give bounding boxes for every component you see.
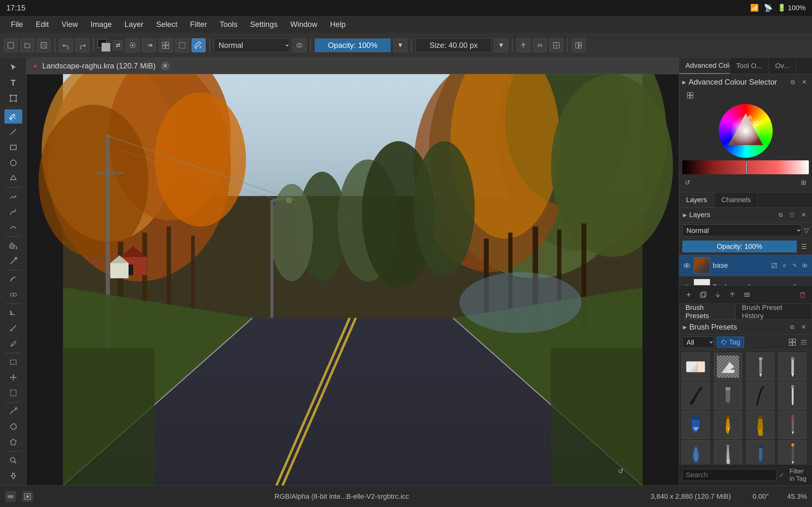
tool-rectangle[interactable] [4, 140, 22, 155]
blend-mode-select[interactable]: Normal [214, 38, 290, 52]
tool-freehand2[interactable] [4, 205, 22, 219]
tool-pan[interactable] [4, 469, 22, 483]
blending-icon[interactable] [293, 38, 306, 52]
brush-item-sketch-pencil[interactable] [778, 411, 806, 439]
tool-crop[interactable] [4, 306, 22, 320]
tool-selection-transform[interactable] [4, 386, 22, 400]
layers-sub-tab-layers[interactable]: Layers [679, 192, 714, 207]
brush-presets-close-button[interactable]: ✕ [799, 322, 808, 332]
brush-item-calligraphy-black[interactable] [681, 382, 710, 410]
color-panel-expand-icon[interactable]: ▶ [682, 79, 686, 85]
brush-presets-sub-tab-history[interactable]: Brush Preset History [735, 304, 812, 320]
gradient-button[interactable] [142, 38, 156, 52]
tool-zoom[interactable] [4, 453, 22, 467]
brush-item-brush-natural[interactable] [746, 411, 774, 439]
flip-horizontal-button[interactable] [516, 38, 530, 52]
brush-item-watercolor-blue[interactable] [681, 440, 710, 464]
layer-visibility-toggle-bg[interactable] [682, 283, 691, 285]
tool-clone[interactable] [4, 288, 22, 302]
tool-cursor[interactable] [4, 60, 22, 74]
layer-item-base[interactable]: base α ✎ [679, 255, 812, 276]
color-panel-close-button[interactable]: ✕ [799, 77, 809, 87]
save-document-button[interactable] [37, 38, 51, 52]
brush-item-ink-blue[interactable] [681, 411, 710, 439]
canvas-content[interactable]: ↺ [27, 74, 679, 486]
tool-measure[interactable] [4, 321, 22, 336]
background-color-swatch[interactable] [101, 43, 110, 52]
menu-tools[interactable]: Tools [214, 18, 243, 31]
layers-close-button[interactable]: ✕ [799, 210, 808, 220]
brush-grid-view-button[interactable] [787, 337, 798, 347]
brush-presets-float-button[interactable]: ⧉ [787, 322, 797, 332]
delete-layer-button[interactable] [796, 288, 809, 301]
brush-tag-button[interactable]: Tag [716, 337, 744, 348]
brush-item-eraser-basic[interactable] [681, 353, 710, 381]
color-wheel-area[interactable] [682, 104, 809, 158]
color-wheel-indicator[interactable] [748, 116, 751, 119]
brush-item-pencil-fine[interactable] [778, 382, 806, 410]
swap-colors-button[interactable]: ⇄ [113, 40, 123, 50]
select-all-button[interactable] [175, 38, 189, 52]
menu-help[interactable]: Help [324, 18, 351, 31]
brush-item-pencil-white[interactable] [778, 353, 806, 381]
tool-move[interactable] [4, 371, 22, 385]
brush-item-brush-golden[interactable] [714, 411, 742, 439]
menu-image[interactable]: Image [85, 18, 118, 31]
color-refresh-button[interactable]: ↺ [682, 177, 693, 187]
layers-filter-button[interactable]: ▽ [787, 210, 797, 220]
menu-select[interactable]: Select [150, 18, 183, 31]
move-layer-up-button[interactable] [726, 288, 739, 301]
brush-tool-active[interactable] [192, 38, 206, 52]
menu-filter[interactable]: Filter [184, 18, 212, 31]
menu-settings[interactable]: Settings [244, 18, 283, 31]
tool-text[interactable]: T [4, 76, 22, 90]
panel-tab-color[interactable]: Advanced Colour Se... [679, 58, 730, 74]
layer-alpha-bg-icon[interactable]: α [801, 283, 809, 285]
brush-item-brush-light[interactable] [714, 440, 742, 464]
tool-line[interactable] [4, 125, 22, 139]
brush-presets-sub-tab-presets[interactable]: Brush Presets [679, 304, 735, 320]
tool-eyedropper[interactable] [4, 337, 22, 351]
tool-lasso[interactable] [4, 419, 22, 434]
menu-view[interactable]: View [56, 18, 84, 31]
color-wheel[interactable] [719, 104, 773, 158]
wrap-button[interactable] [549, 38, 563, 52]
layers-opacity-bar[interactable]: Opacity: 100% [682, 240, 797, 252]
brush-item-ink-pen-blue[interactable] [746, 440, 774, 464]
brush-item-marker-gray[interactable] [714, 382, 742, 410]
layers-sub-tab-channels[interactable]: Channels [714, 192, 758, 207]
size-down-button[interactable]: ▼ [494, 38, 508, 52]
tool-magic-wand[interactable] [4, 254, 22, 268]
panel-tab-tool[interactable]: Tool O... [730, 58, 769, 74]
brush-item-eraser-checker[interactable] [714, 353, 742, 381]
layer-item-background[interactable]: Background 🔒 α [679, 276, 812, 285]
menu-edit[interactable]: Edit [30, 18, 55, 31]
new-document-button[interactable] [4, 38, 18, 52]
brush-filter-in-tag-button[interactable]: Filter in Tag [787, 466, 809, 484]
layers-opacity-menu-button[interactable]: ☰ [799, 242, 809, 251]
tool-smudge[interactable] [4, 272, 22, 286]
copy-layer-button[interactable] [697, 288, 710, 301]
opacity-down-button[interactable]: ▼ [393, 38, 407, 52]
tool-freehand3[interactable] [4, 220, 22, 234]
tool-selection-rect[interactable] [4, 355, 22, 369]
tool-polygonal-lasso[interactable] [4, 435, 22, 449]
layout-button[interactable] [571, 38, 586, 52]
layer-lock-icon[interactable]: 🔒 [791, 283, 799, 285]
layer-inherit-alpha-icon[interactable] [770, 262, 778, 270]
brush-item-pencil-gray[interactable] [746, 353, 774, 381]
layers-blend-mode-select[interactable]: Normal [682, 224, 802, 236]
canvas-tab-close-button[interactable]: ✕ [161, 61, 170, 70]
redo-button[interactable] [75, 38, 90, 52]
panel-tab-overview[interactable]: Ov... [769, 58, 796, 74]
menu-window[interactable]: Window [285, 18, 323, 31]
tool-brush[interactable] [4, 109, 22, 124]
undo-button[interactable] [59, 38, 73, 52]
brush-presets-expand-icon[interactable]: ▶ [683, 324, 687, 330]
layers-expand-icon[interactable]: ▶ [683, 212, 687, 218]
brush-settings-button[interactable] [125, 38, 140, 52]
layer-properties-button[interactable] [741, 288, 753, 301]
color-panel-float-button[interactable]: ⧉ [788, 77, 798, 87]
merge-layer-button[interactable] [711, 288, 724, 301]
tool-transform[interactable] [4, 91, 22, 106]
